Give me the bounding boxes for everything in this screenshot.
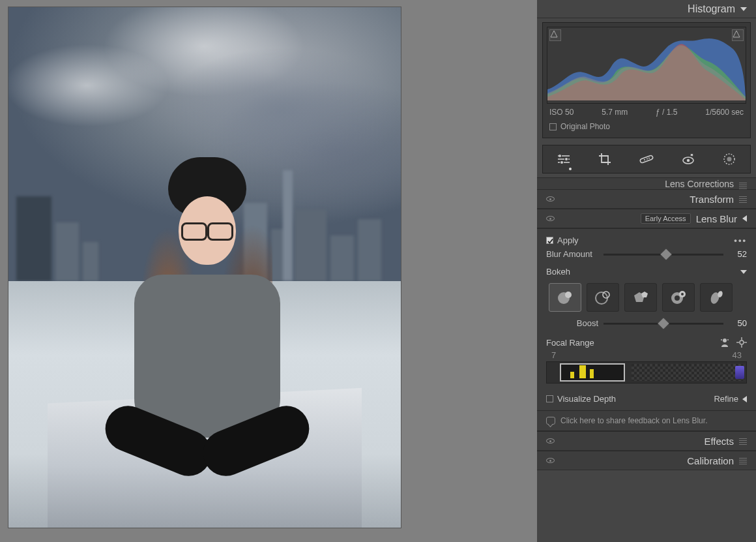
boost-label: Boost bbox=[546, 318, 598, 328]
blur-amount-value: 52 bbox=[729, 249, 747, 259]
focal-range-slider[interactable] bbox=[546, 361, 747, 384]
transform-header[interactable]: Transform bbox=[537, 189, 756, 209]
boost-slider[interactable] bbox=[603, 319, 723, 328]
lens-blur-title: Lens Blur bbox=[696, 213, 737, 224]
exif-aperture: ƒ / 1.5 bbox=[656, 108, 677, 117]
exif-shutter: 1/5600 sec bbox=[705, 108, 744, 117]
histogram-title: Histogram bbox=[688, 3, 735, 15]
svg-point-6 bbox=[560, 161, 563, 164]
histogram-chart[interactable] bbox=[547, 27, 746, 104]
svg-point-10 bbox=[644, 159, 645, 160]
apply-toggle[interactable]: Apply bbox=[546, 235, 579, 245]
collapse-icon bbox=[742, 215, 747, 222]
boost-value: 50 bbox=[729, 318, 747, 328]
lens-blur-more-button[interactable]: ••• bbox=[734, 235, 747, 245]
blur-amount-row: Blur Amount 52 bbox=[537, 248, 756, 264]
stripes-icon bbox=[739, 181, 747, 189]
calibration-header[interactable]: Calibration bbox=[537, 451, 756, 470]
bokeh-option-circle[interactable] bbox=[549, 283, 581, 312]
collapse-icon bbox=[740, 7, 747, 11]
svg-point-28 bbox=[681, 293, 684, 295]
focal-range-label: Focal Range bbox=[546, 338, 594, 348]
checkbox-icon bbox=[546, 395, 553, 402]
mask-tool[interactable] bbox=[720, 150, 738, 168]
focal-range-max: 43 bbox=[733, 350, 742, 360]
focal-range-min: 7 bbox=[551, 350, 556, 360]
blur-amount-slider[interactable] bbox=[603, 250, 723, 259]
histogram-header[interactable]: Histogram bbox=[537, 0, 756, 18]
eye-icon bbox=[546, 438, 555, 444]
calibration-title: Calibration bbox=[687, 455, 734, 466]
svg-point-31 bbox=[723, 339, 727, 342]
redeye-tool[interactable] bbox=[679, 150, 697, 168]
exif-iso: ISO 50 bbox=[549, 108, 574, 117]
subject-select-icon[interactable] bbox=[720, 337, 730, 348]
bokeh-option-ring[interactable] bbox=[662, 283, 695, 312]
exif-focal-length: 5.7 mm bbox=[602, 108, 628, 117]
svg-point-3 bbox=[565, 158, 568, 160]
histogram-box: ISO 50 5.7 mm ƒ / 1.5 1/5600 sec Origina… bbox=[542, 22, 751, 138]
stripes-icon bbox=[739, 437, 747, 445]
eye-icon bbox=[546, 458, 555, 463]
bokeh-option-blade[interactable] bbox=[624, 283, 657, 312]
checkbox-icon bbox=[549, 123, 557, 130]
apply-label: Apply bbox=[557, 235, 579, 245]
lens-blur-panel: Apply ••• Blur Amount 52 Bokeh bbox=[537, 228, 756, 431]
exif-row: ISO 50 5.7 mm ƒ / 1.5 1/5600 sec bbox=[547, 104, 746, 122]
original-photo-label: Original Photo bbox=[560, 122, 610, 131]
bokeh-options bbox=[537, 279, 756, 317]
feedback-text: Click here to share feedback on Lens Blu… bbox=[560, 416, 707, 425]
transform-title: Transform bbox=[690, 194, 734, 205]
heal-tool[interactable] bbox=[637, 150, 656, 168]
visualize-depth-toggle[interactable]: Visualize Depth bbox=[546, 394, 616, 404]
early-access-badge: Early Access bbox=[641, 213, 691, 224]
visualize-depth-label: Visualize Depth bbox=[557, 394, 616, 404]
lens-blur-header[interactable]: Early Access Lens Blur bbox=[537, 209, 756, 228]
edit-tool[interactable] bbox=[555, 150, 573, 168]
crop-tool[interactable] bbox=[596, 150, 614, 168]
svg-point-14 bbox=[686, 159, 689, 162]
photo-preview[interactable] bbox=[8, 7, 401, 528]
tool-strip bbox=[542, 145, 751, 173]
eye-icon bbox=[546, 216, 555, 221]
canvas-area bbox=[0, 0, 537, 542]
effects-title: Effects bbox=[704, 436, 734, 447]
svg-point-20 bbox=[565, 292, 572, 298]
collapse-icon[interactable] bbox=[740, 270, 747, 274]
bokeh-label: Bokeh bbox=[546, 267, 570, 277]
bokeh-option-bubble[interactable] bbox=[587, 283, 619, 312]
svg-point-34 bbox=[740, 340, 744, 344]
stripes-icon bbox=[739, 195, 747, 203]
svg-point-11 bbox=[647, 158, 648, 160]
stripes-icon bbox=[739, 457, 747, 464]
svg-point-18 bbox=[727, 157, 732, 162]
chat-icon bbox=[546, 417, 555, 425]
eye-icon bbox=[546, 196, 555, 202]
feedback-link[interactable]: Click here to share feedback on Lens Blu… bbox=[537, 410, 756, 430]
boost-row: Boost 50 bbox=[537, 317, 756, 333]
bokeh-option-catseye[interactable] bbox=[700, 283, 733, 312]
svg-point-12 bbox=[648, 158, 650, 159]
refine-button[interactable]: Refine bbox=[714, 394, 747, 404]
original-photo-toggle[interactable]: Original Photo bbox=[547, 122, 746, 134]
svg-point-32 bbox=[727, 339, 729, 340]
svg-point-26 bbox=[675, 295, 680, 301]
effects-header[interactable]: Effects bbox=[537, 431, 756, 451]
lens-corrections-header[interactable]: Lens Corrections bbox=[537, 177, 756, 189]
blur-amount-label: Blur Amount bbox=[546, 249, 598, 259]
develop-panel: Histogram ISO 50 5.7 mm ƒ / 1.5 1/5600 s… bbox=[537, 0, 756, 542]
checkbox-checked-icon bbox=[546, 237, 553, 244]
chevron-left-icon bbox=[742, 396, 747, 402]
svg-point-0 bbox=[559, 155, 561, 157]
svg-rect-9 bbox=[640, 155, 654, 163]
point-select-icon[interactable] bbox=[736, 337, 747, 348]
svg-point-33 bbox=[721, 339, 722, 340]
